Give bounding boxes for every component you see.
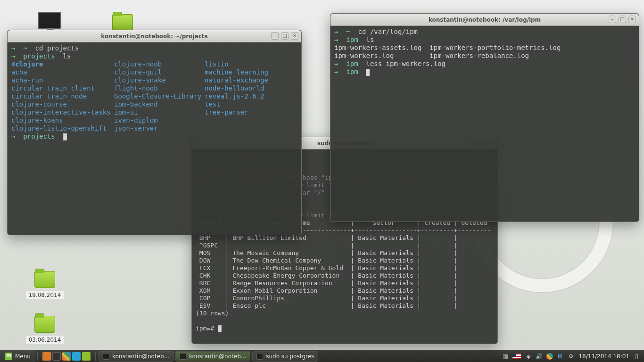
prompt-path: ipm bbox=[346, 60, 358, 67]
firefox-icon[interactable] bbox=[42, 352, 51, 361]
monitor-icon bbox=[38, 12, 61, 29]
terminal-icon[interactable] bbox=[52, 352, 61, 361]
prompt-path: projects bbox=[23, 132, 55, 140]
update-icon[interactable]: ⟳ bbox=[568, 353, 575, 360]
table-row: MOS | The Mosaic Company | Basic Materia… bbox=[196, 249, 487, 256]
tray-icon[interactable]: ▯ bbox=[633, 353, 640, 360]
volume-icon[interactable]: 🔊 bbox=[536, 353, 543, 360]
terminal-icon bbox=[103, 353, 109, 360]
terminal-icon bbox=[180, 353, 186, 360]
command-text: cd projects bbox=[35, 44, 79, 52]
terminal-window-ipm[interactable]: konstantin@notebook: /var/log/ipm – □ × … bbox=[330, 13, 639, 222]
ls-file: ipm-workers-rebalance.log bbox=[429, 52, 529, 59]
close-button[interactable]: × bbox=[628, 16, 636, 23]
table-row: CHK | Chesapeake Energy Corporation | Ba… bbox=[196, 272, 487, 279]
window-title: konstantin@notebook: /var/log/ipm bbox=[330, 16, 639, 23]
titlebar[interactable]: konstantin@notebook: /var/log/ipm – □ × bbox=[330, 14, 639, 26]
desktop-icon-computer[interactable] bbox=[28, 12, 71, 31]
taskbar-item[interactable]: konstantin@noteb... bbox=[99, 351, 173, 362]
prompt-arrow: → bbox=[11, 44, 15, 52]
ls-file: ipm-workers-assets.log bbox=[334, 44, 421, 51]
system-tray: ▥ ◈ 🔊 ⛨ ⟳ 16/11/2014 18:01 ▯ bbox=[498, 353, 644, 360]
separator bbox=[95, 352, 96, 361]
command-text: ls bbox=[63, 52, 71, 60]
desktop-icon-label: 03.06.2014 bbox=[26, 336, 64, 344]
menu-button[interactable]: Menu bbox=[0, 350, 35, 362]
table-row: XOM | Exxon Mobil Corporation | Basic Ma… bbox=[196, 287, 487, 294]
taskbar-item[interactable]: konstantin@noteb... bbox=[175, 351, 250, 362]
table-row: FCX | Freeport-McMoRan Copper & Gold | B… bbox=[196, 264, 487, 272]
table-row: ^GSPC | | | | bbox=[196, 242, 487, 249]
command-text: cd /var/log/ipm bbox=[358, 28, 418, 35]
task-label: konstantin@noteb... bbox=[112, 353, 169, 360]
close-button[interactable]: × bbox=[291, 32, 298, 40]
prompt-path: ipm bbox=[346, 68, 358, 75]
cursor bbox=[63, 133, 67, 140]
prompt-path: ipm bbox=[346, 36, 358, 43]
folder-icon bbox=[112, 14, 133, 31]
taskbar: Menu konstantin@noteb... konstantin@note… bbox=[0, 350, 644, 362]
mint-logo-icon bbox=[5, 353, 12, 360]
network-icon[interactable]: ◈ bbox=[525, 353, 532, 360]
prompt-arrow: → bbox=[334, 68, 338, 75]
clock[interactable]: 16/11/2014 18:01 bbox=[578, 353, 629, 360]
skype-icon[interactable] bbox=[72, 352, 81, 361]
prompt-arrow: → bbox=[334, 28, 338, 35]
cursor bbox=[366, 69, 370, 76]
terminal-content[interactable]: → ~ cd /var/log/ipm → ipm ls ipm-workers… bbox=[330, 26, 639, 222]
terminal-content[interactable]: → ~ cd projects → projects ls 4clojureac… bbox=[8, 42, 301, 235]
table-row: ESV | Ensco plc | Basic Materials | | bbox=[196, 302, 487, 309]
separator bbox=[37, 352, 38, 361]
maximize-button[interactable]: □ bbox=[619, 16, 626, 23]
keyboard-layout-icon[interactable] bbox=[512, 354, 521, 359]
psql-prompt: ipm=# bbox=[196, 325, 218, 332]
maximize-button[interactable]: □ bbox=[281, 32, 289, 40]
prompt-arrow: → bbox=[334, 36, 338, 43]
minimize-button[interactable]: – bbox=[271, 32, 279, 40]
shield-icon[interactable]: ⛨ bbox=[557, 353, 564, 360]
prompt-arrow: → bbox=[11, 132, 15, 140]
taskbar-item[interactable]: sudo su postgres bbox=[252, 351, 318, 362]
table-row: COP | ConocoPhillips | Basic Materials |… bbox=[196, 295, 487, 302]
prompt-path: ~ bbox=[346, 28, 350, 35]
files-icon[interactable] bbox=[82, 352, 91, 361]
command-text: ls bbox=[366, 36, 374, 43]
chrome-tray-icon[interactable] bbox=[546, 353, 553, 360]
minimize-button[interactable]: – bbox=[609, 16, 616, 23]
ls-file: ipm-workers-portfolio-metrics.log bbox=[429, 44, 561, 51]
folder-icon bbox=[34, 271, 55, 288]
ls-output: 4clojureachaacha-runcircular_train_clien… bbox=[11, 60, 297, 132]
command-text: less ipm-workers.log bbox=[366, 60, 446, 67]
cursor bbox=[218, 325, 222, 332]
prompt-path: ~ bbox=[23, 44, 27, 52]
titlebar[interactable]: konstantin@notebook: ~/projects – □ × bbox=[8, 30, 301, 42]
table-row: BHP | BHP Billiton Limited | Basic Mater… bbox=[196, 234, 487, 241]
task-label: sudo su postgres bbox=[266, 353, 314, 360]
folder-icon bbox=[34, 316, 55, 333]
chrome-icon[interactable] bbox=[62, 352, 71, 361]
tray-icon[interactable]: ▥ bbox=[502, 353, 509, 360]
task-label: konstantin@noteb... bbox=[189, 353, 246, 360]
terminal-window-projects[interactable]: konstantin@notebook: ~/projects – □ × → … bbox=[7, 30, 302, 235]
quick-launch bbox=[40, 352, 93, 361]
prompt-arrow: → bbox=[334, 60, 338, 67]
desktop-icon-label: 19.08.2014 bbox=[26, 291, 64, 299]
table-row: DOW | The Dow Chemical Company | Basic M… bbox=[196, 257, 487, 264]
prompt-path: projects bbox=[23, 52, 55, 60]
window-title: konstantin@notebook: ~/projects bbox=[8, 33, 301, 40]
terminal-icon bbox=[256, 353, 263, 360]
psql-rowcount: (10 rows) bbox=[196, 310, 229, 317]
desktop-icon-folder[interactable]: 19.08.2014 bbox=[24, 271, 66, 299]
ls-file: ipm-workers.log bbox=[334, 52, 394, 59]
prompt-arrow: → bbox=[11, 52, 15, 60]
menu-label: Menu bbox=[15, 353, 31, 360]
desktop-icon-folder[interactable]: 03.06.2014 bbox=[24, 316, 66, 344]
table-row: RRC | Range Resources Corporation | Basi… bbox=[196, 280, 487, 287]
